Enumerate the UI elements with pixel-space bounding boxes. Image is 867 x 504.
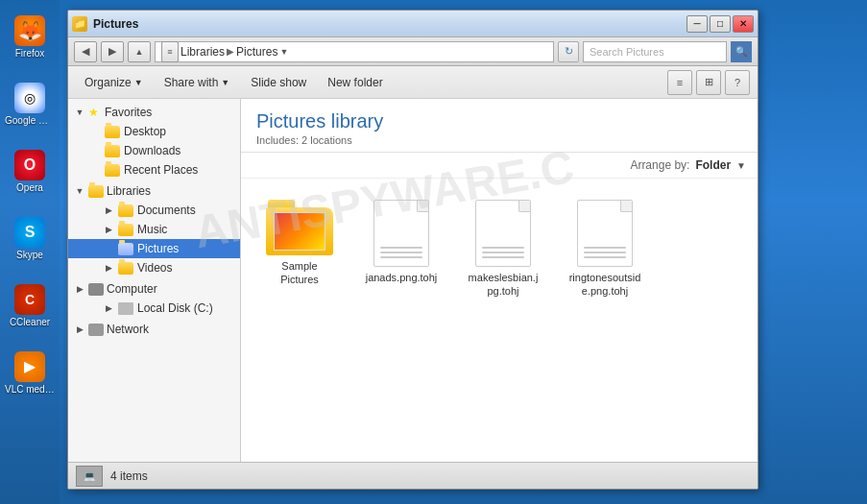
share-with-dropdown-icon: ▼	[221, 78, 229, 87]
nav-section-favorites: ▼ ★ Favorites Desktop Downloads	[68, 103, 240, 180]
main-area: ▼ ★ Favorites Desktop Downloads	[68, 99, 758, 462]
taskbar-icon-chrome[interactable]: ◎ Google Chrome	[5, 71, 55, 136]
desktop-folder-icon	[105, 126, 120, 138]
breadcrumb-pictures[interactable]: Pictures	[236, 45, 277, 59]
file-name-ringtonesoutside: ringtonesoutside.png.tohj	[567, 271, 642, 299]
taskbar-label-vlc: VLC media player	[5, 384, 55, 395]
content-subtitle: Includes: 2 locations	[256, 134, 742, 146]
status-bar: 💻 4 items	[68, 462, 758, 489]
taskbar-label-firefox: Firefox	[15, 48, 45, 59]
taskbar-label-chrome: Google Chrome	[5, 115, 55, 126]
taskbar-icon-vlc[interactable]: ▶ VLC media player	[5, 340, 55, 405]
search-placeholder: Search Pictures	[590, 46, 664, 58]
doc-icon-janads	[373, 200, 429, 267]
nav-item-downloads[interactable]: Downloads	[68, 141, 240, 160]
nav-header-favorites[interactable]: ▼ ★ Favorites	[68, 103, 240, 122]
vlc-icon: ▶	[14, 351, 45, 382]
content-panel: Pictures library Includes: 2 locations A…	[241, 99, 758, 462]
nav-item-videos[interactable]: ▶ Videos	[68, 258, 240, 277]
nav-label-documents: Documents	[137, 204, 196, 217]
file-grid: Sample Pictures janads.png.tohj	[241, 179, 758, 320]
taskbar-icon-firefox[interactable]: 🦊 Firefox	[5, 4, 55, 69]
expand-computer-icon: ▶	[74, 283, 85, 295]
nav-item-pictures[interactable]: Pictures	[68, 239, 240, 258]
expand-favorites-icon: ▼	[74, 107, 85, 118]
view-grid-button[interactable]: ⊞	[696, 70, 721, 95]
network-icon	[88, 324, 104, 336]
nav-item-desktop[interactable]: Desktop	[68, 122, 240, 141]
search-box[interactable]: Search Pictures	[583, 41, 727, 62]
nav-label-pictures: Pictures	[137, 242, 179, 255]
recent-folder-icon	[105, 164, 120, 177]
refresh-button[interactable]: ↻	[558, 41, 579, 62]
breadcrumb: ≡ Libraries ▶ Pictures ▼	[161, 41, 288, 62]
expand-documents-icon: ▶	[103, 204, 114, 216]
videos-folder-icon	[118, 262, 133, 275]
address-bar: ◀ ▶ ▲ ≡ Libraries ▶ Pictures ▼ ↻ Search …	[68, 37, 758, 66]
nav-item-documents[interactable]: ▶ Documents	[68, 201, 240, 220]
slide-show-button[interactable]: Slide show	[242, 70, 315, 95]
title-bar-controls: ─ □ ✕	[686, 15, 754, 33]
skype-icon: S	[14, 217, 45, 248]
nav-label-music: Music	[137, 223, 167, 236]
taskbar-left: 🦊 Firefox ◎ Google Chrome O Opera S Skyp…	[0, 0, 60, 504]
up-button[interactable]: ▲	[128, 41, 151, 62]
nav-item-recent-places[interactable]: Recent Places	[68, 160, 240, 180]
expand-local-disk-icon: ▶	[103, 302, 114, 314]
documents-folder-icon	[118, 204, 133, 217]
breadcrumb-dropdown[interactable]: ▼	[279, 47, 288, 57]
file-name-makeslesbian: makeslesbian.jpg.tohj	[466, 271, 541, 299]
file-item-makeslesbian[interactable]: makeslesbian.jpg.tohj	[460, 194, 546, 304]
nav-label-local-disk: Local Disk (C:)	[137, 301, 213, 315]
file-name-sample-pictures: Sample Pictures	[262, 259, 337, 287]
nav-panel: ▼ ★ Favorites Desktop Downloads	[68, 99, 241, 462]
address-field[interactable]: ≡ Libraries ▶ Pictures ▼	[155, 41, 554, 62]
help-button[interactable]: ?	[725, 70, 750, 95]
minimize-button[interactable]: ─	[686, 15, 708, 33]
status-computer-icon: 💻	[76, 466, 103, 487]
content-header: Pictures library Includes: 2 locations	[241, 99, 758, 153]
nav-item-music[interactable]: ▶ Music	[68, 220, 240, 239]
expand-network-icon: ▶	[74, 324, 85, 335]
file-item-sample-pictures[interactable]: Sample Pictures	[256, 194, 343, 304]
nav-header-libraries[interactable]: ▼ Libraries	[68, 181, 240, 201]
search-go-button[interactable]: 🔍	[731, 41, 752, 62]
breadcrumb-libraries[interactable]: Libraries	[181, 45, 225, 59]
organize-button[interactable]: Organize ▼	[76, 70, 152, 95]
computer-icon	[88, 283, 104, 296]
music-folder-icon	[118, 224, 133, 236]
taskbar-icon-ccleaner[interactable]: C CCleaner	[5, 273, 55, 338]
nav-item-local-disk[interactable]: ▶ Local Disk (C:)	[68, 299, 240, 318]
nav-section-computer: ▶ Computer ▶ Local Disk (C:)	[68, 279, 240, 318]
file-item-janads[interactable]: janads.png.tohj	[358, 194, 445, 304]
arrange-dropdown-icon[interactable]: ▼	[736, 160, 746, 171]
new-folder-button[interactable]: New folder	[319, 70, 391, 95]
nav-section-network: ▶ Network	[68, 320, 240, 339]
back-button[interactable]: ◀	[74, 41, 97, 62]
view-extra-button[interactable]: ≡	[667, 70, 692, 95]
desktop: 🦊 Firefox ◎ Google Chrome O Opera S Skyp…	[0, 0, 867, 504]
computer-label: Computer	[107, 282, 157, 296]
taskbar-icon-skype[interactable]: S Skype	[5, 205, 55, 271]
toolbar: Organize ▼ Share with ▼ Slide show New f…	[68, 66, 758, 99]
favorites-star-icon: ★	[88, 106, 102, 119]
favorites-label: Favorites	[105, 106, 152, 119]
close-button[interactable]: ✕	[733, 15, 754, 33]
file-item-ringtonesoutside[interactable]: ringtonesoutside.png.tohj	[562, 194, 648, 304]
title-bar: 📁 Pictures ─ □ ✕	[68, 11, 758, 37]
taskbar-label-skype: Skype	[16, 250, 43, 260]
content-title: Pictures library	[256, 110, 742, 132]
libraries-folder-icon	[88, 185, 104, 198]
arrange-bar: Arrange by: Folder ▼	[241, 153, 758, 179]
doc-icon-makeslesbian	[475, 200, 531, 267]
forward-button[interactable]: ▶	[101, 41, 124, 62]
nav-header-network[interactable]: ▶ Network	[68, 320, 240, 339]
libraries-label: Libraries	[107, 184, 151, 198]
taskbar-icon-opera[interactable]: O Opera	[5, 138, 55, 204]
recent-pages-button[interactable]: ≡	[161, 41, 179, 62]
nav-label-videos: Videos	[137, 261, 172, 275]
share-with-button[interactable]: Share with ▼	[156, 70, 239, 95]
downloads-folder-icon	[105, 145, 120, 157]
nav-header-computer[interactable]: ▶ Computer	[68, 279, 240, 299]
maximize-button[interactable]: □	[710, 15, 731, 33]
